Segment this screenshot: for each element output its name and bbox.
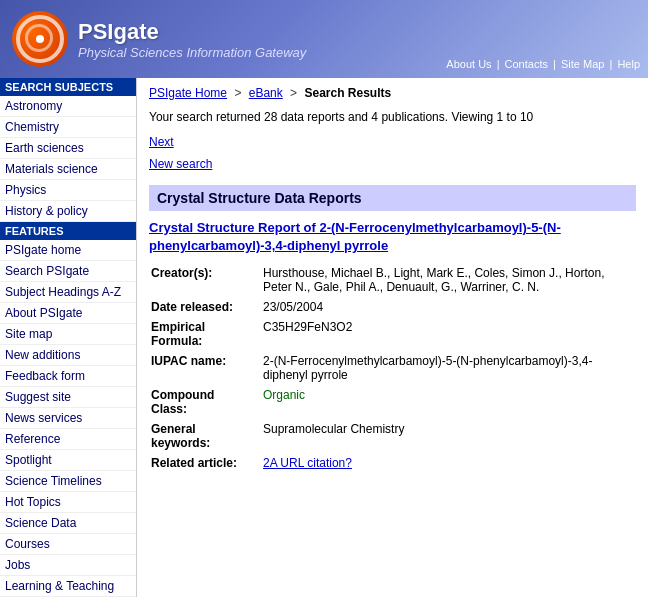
result-links: Next New search [149, 132, 636, 175]
help-link[interactable]: Help [617, 58, 640, 70]
sidebar-item-science-timelines[interactable]: Science Timelines [0, 471, 136, 492]
related-article-link[interactable]: 2A URL citation? [263, 456, 352, 470]
sidebar-item-science-data[interactable]: Science Data [0, 513, 136, 534]
table-row: EmpiricalFormula: C35H29FeN3O2 [151, 318, 634, 350]
sidebar: SEARCH SUBJECTS Astronomy Chemistry Eart… [0, 78, 137, 597]
search-subjects-header: SEARCH SUBJECTS [0, 78, 136, 96]
breadcrumb: PSIgate Home > eBank > Search Results [149, 86, 636, 100]
header-text: PSIgate Physical Sciences Information Ga… [78, 19, 306, 60]
sidebar-item-history-policy[interactable]: History & policy [0, 201, 136, 222]
page-layout: SEARCH SUBJECTS Astronomy Chemistry Eart… [0, 78, 648, 597]
result-summary: Your search returned 28 data reports and… [149, 108, 636, 126]
sidebar-item-feedback-form[interactable]: Feedback form [0, 366, 136, 387]
field-value-date: 23/05/2004 [263, 298, 634, 316]
report-title-link[interactable]: Crystal Structure Report of 2-(N-Ferroce… [149, 220, 561, 253]
field-label-related: Related article: [151, 454, 261, 472]
sidebar-item-site-map[interactable]: Site map [0, 324, 136, 345]
section-heading: Crystal Structure Data Reports [149, 185, 636, 211]
field-label-compound: CompoundClass: [151, 386, 261, 418]
table-row: Date released: 23/05/2004 [151, 298, 634, 316]
sidebar-item-physics[interactable]: Physics [0, 180, 136, 201]
sidebar-item-earth-sciences[interactable]: Earth sciences [0, 138, 136, 159]
site-map-link[interactable]: Site Map [561, 58, 604, 70]
field-value-keywords: Supramolecular Chemistry [263, 420, 634, 452]
next-link[interactable]: Next [149, 132, 636, 154]
field-label-date: Date released: [151, 298, 261, 316]
breadcrumb-ebank[interactable]: eBank [249, 86, 283, 100]
breadcrumb-current: Search Results [304, 86, 391, 100]
sidebar-item-learning-teaching[interactable]: Learning & Teaching [0, 576, 136, 597]
table-row: IUPAC name: 2-(N-Ferrocenylmethylcarbamo… [151, 352, 634, 384]
table-row: Generalkeywords: Supramolecular Chemistr… [151, 420, 634, 452]
new-search-link[interactable]: New search [149, 154, 636, 176]
logo-dot [36, 35, 44, 43]
sidebar-item-subject-headings[interactable]: Subject Headings A-Z [0, 282, 136, 303]
sidebar-item-psigate-home[interactable]: PSIgate home [0, 240, 136, 261]
sidebar-item-spotlight[interactable]: Spotlight [0, 450, 136, 471]
header-nav: About Us | Contacts | Site Map | Help [446, 58, 640, 70]
sidebar-item-materials-science[interactable]: Materials science [0, 159, 136, 180]
site-title: PSIgate [78, 19, 306, 45]
sidebar-item-new-additions[interactable]: New additions [0, 345, 136, 366]
field-value-related: 2A URL citation? [263, 454, 634, 472]
details-table: Creator(s): Hursthouse, Michael B., Ligh… [149, 262, 636, 474]
site-logo [12, 11, 68, 67]
sidebar-item-search-psigate[interactable]: Search PSIgate [0, 261, 136, 282]
field-value-formula: C35H29FeN3O2 [263, 318, 634, 350]
sidebar-item-courses[interactable]: Courses [0, 534, 136, 555]
sidebar-item-news-services[interactable]: News services [0, 408, 136, 429]
sidebar-item-suggest-site[interactable]: Suggest site [0, 387, 136, 408]
field-value-creators: Hursthouse, Michael B., Light, Mark E., … [263, 264, 634, 296]
features-header: FEATURES [0, 222, 136, 240]
report-title: Crystal Structure Report of 2-(N-Ferroce… [149, 219, 636, 255]
report-card: Crystal Structure Report of 2-(N-Ferroce… [149, 219, 636, 473]
field-label-formula: EmpiricalFormula: [151, 318, 261, 350]
table-row: CompoundClass: Organic [151, 386, 634, 418]
contacts-link[interactable]: Contacts [505, 58, 548, 70]
sidebar-item-hot-topics[interactable]: Hot Topics [0, 492, 136, 513]
sidebar-item-reference[interactable]: Reference [0, 429, 136, 450]
sidebar-item-jobs[interactable]: Jobs [0, 555, 136, 576]
field-label-creators: Creator(s): [151, 264, 261, 296]
field-label-iupac: IUPAC name: [151, 352, 261, 384]
site-header: PSIgate Physical Sciences Information Ga… [0, 0, 648, 78]
table-row: Creator(s): Hursthouse, Michael B., Ligh… [151, 264, 634, 296]
field-value-compound: Organic [263, 386, 634, 418]
sidebar-item-astronomy[interactable]: Astronomy [0, 96, 136, 117]
site-subtitle: Physical Sciences Information Gateway [78, 45, 306, 60]
sidebar-item-chemistry[interactable]: Chemistry [0, 117, 136, 138]
field-value-iupac: 2-(N-Ferrocenylmethylcarbamoyl)-5-(N-phe… [263, 352, 634, 384]
about-us-link[interactable]: About Us [446, 58, 491, 70]
main-content: PSIgate Home > eBank > Search Results Yo… [137, 78, 648, 597]
sidebar-item-about-psigate[interactable]: About PSIgate [0, 303, 136, 324]
breadcrumb-home[interactable]: PSIgate Home [149, 86, 227, 100]
table-row: Related article: 2A URL citation? [151, 454, 634, 472]
field-label-keywords: Generalkeywords: [151, 420, 261, 452]
